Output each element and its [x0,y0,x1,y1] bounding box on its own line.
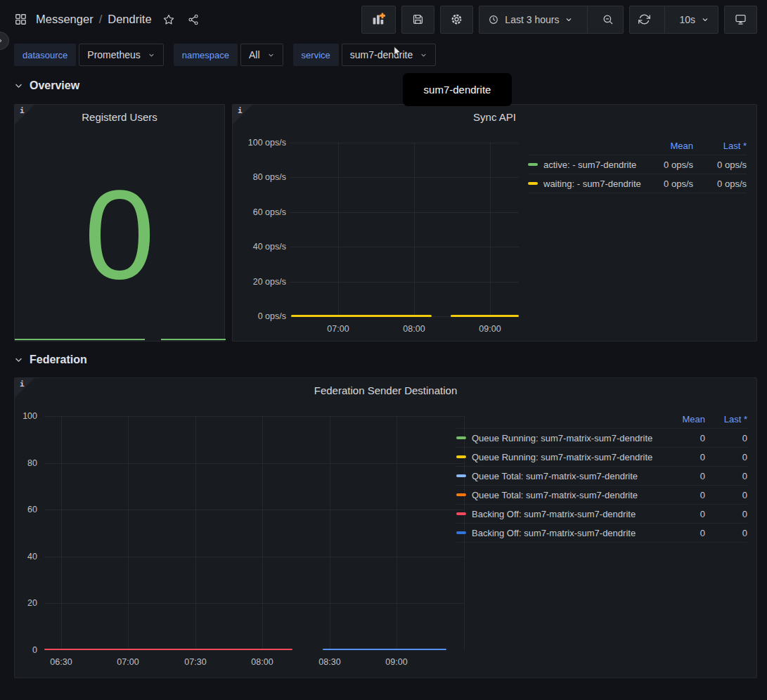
y-axis-tick: 80 [15,458,37,469]
dropdown-value: Prometheus [87,49,140,60]
section-title: Overview [30,79,79,92]
y-axis-tick: 20 [15,597,37,609]
legend-table: Mean Last * Queue Running: sum7-matrix-s… [456,410,747,543]
series-line-waiting [451,315,519,317]
series-mean-value: 0 [666,433,705,443]
nav-left: Messenger / Dendrite [14,13,200,26]
x-axis-tick: 06:30 [40,656,82,668]
legend-series[interactable]: Backing Off: sum7-matrix-sum7-dendrite [456,509,666,519]
series-mean-value: 0 [666,509,705,519]
time-range-picker[interactable]: Last 3 hours [479,6,581,33]
variable-label: service [293,44,339,66]
series-last-value: 0 [705,509,747,519]
stat-value: 0 [15,171,224,298]
breadcrumb: Messenger / Dendrite [36,13,152,26]
panel-title[interactable]: Federation Sender Destination [15,384,756,396]
chevron-down-icon [267,51,275,59]
breadcrumb-folder[interactable]: Messenger [36,13,94,26]
series-color-swatch [456,531,466,534]
series-mean-value: 0 [666,528,705,538]
stat-sparkline-segment [161,339,226,340]
series-line-blue [323,649,446,650]
x-axis-tick: 08:00 [241,656,283,668]
star-icon[interactable] [162,13,175,26]
chevron-down-icon [420,51,427,59]
legend-series[interactable]: Queue Total: sum7-matrix-sum7-dendrite [456,490,666,500]
gridline [44,557,464,557]
zoom-out-icon [602,13,614,26]
legend-row: waiting: - sum7-dendrite 0 ops/s 0 ops/s [528,174,747,193]
series-last-value: 0 ops/s [693,160,747,170]
legend-series[interactable]: waiting: - sum7-dendrite [528,179,644,189]
series-color-swatch [456,474,466,477]
section-header-federation[interactable]: Federation [14,352,757,368]
series-last-value: 0 ops/s [693,179,747,189]
series-last-value: 0 [705,433,747,443]
share-icon[interactable] [187,13,200,26]
gear-icon [450,13,463,26]
chevron-down-icon [565,15,573,24]
y-axis-tick: 100 [15,410,37,422]
panel-title[interactable]: Registerd Users [15,111,224,123]
save-dashboard-button[interactable] [401,6,434,34]
legend-row: Queue Total: sum7-matrix-sum7-dendrite 0… [456,486,747,505]
legend-series[interactable]: active: - sum7-dendrite [528,160,644,170]
dashboard-settings-button[interactable] [440,6,473,34]
dropdown-value: All [249,49,260,60]
gridline [330,416,330,650]
variable-label: namespace [174,44,238,66]
panel-federation-sender: i Federation Sender Destination 100 80 6… [14,377,757,678]
series-last-value: 0 [705,490,747,500]
legend-series[interactable]: Queue Total: sum7-matrix-sum7-dendrite [456,471,666,481]
series-color-swatch [456,455,466,458]
legend-row: Backing Off: sum7-matrix-sum7-dendrite 0… [456,524,747,543]
legend-mean-header[interactable]: Mean [644,141,693,151]
chevron-down-icon [14,356,23,365]
series-last-value: 0 [705,452,747,462]
refresh-interval-picker[interactable]: 10s [671,6,718,33]
add-panel-button[interactable] [361,6,396,34]
x-axis-tick: 07:30 [174,656,217,668]
series-color-swatch [456,493,466,496]
x-axis-tick: 07:00 [107,656,149,668]
datasource-dropdown[interactable]: Prometheus [79,44,163,66]
legend-series[interactable]: Queue Running: sum7-matrix-sum7-dendrite [456,433,666,443]
legend-mean-header[interactable]: Mean [666,414,705,424]
panel-title[interactable]: Sync API [233,111,756,123]
service-dropdown[interactable]: sum7-dendrite [342,44,437,66]
gridline [490,143,491,316]
chevron-down-icon [14,82,23,91]
time-range-label: Last 3 hours [505,14,559,25]
namespace-dropdown[interactable]: All [240,44,283,66]
variable-label: datasource [14,44,76,66]
refresh-button[interactable] [630,6,659,33]
series-mean-value: 0 [666,452,705,462]
variable-service: service sum7-dendrite [293,44,437,66]
dashboards-grid-icon[interactable] [14,13,27,26]
breadcrumb-dashboard[interactable]: Dendrite [108,13,151,26]
cycle-view-button[interactable] [724,6,757,34]
variable-namespace: namespace All [174,44,283,66]
zoom-out-button[interactable] [593,6,623,33]
legend-last-header[interactable]: Last * [693,141,747,151]
gridline [290,143,519,143]
divider [587,6,588,33]
legend-last-header[interactable]: Last * [705,414,747,424]
refresh-group: 10s [629,6,718,34]
legend-series[interactable]: Backing Off: sum7-matrix-sum7-dendrite [456,528,666,538]
gridline [290,177,519,178]
legend-series[interactable]: Queue Running: sum7-matrix-sum7-dendrite [456,452,666,462]
series-label: waiting: - sum7-dendrite [543,179,641,189]
series-last-value: 0 [705,528,747,538]
value-tooltip: sum7-dendrite [403,73,512,106]
series-line-waiting [291,315,432,317]
divider [664,6,665,33]
legend-header-row: Mean Last * [528,136,747,155]
panel-registered-users: i Registerd Users 0 [14,104,225,342]
series-color-swatch [456,512,466,515]
section-header-overview[interactable]: Overview [14,78,757,93]
gridline [290,247,519,247]
legend-table: Mean Last * active: - sum7-dendrite 0 op… [528,136,747,193]
gridline [61,416,62,650]
stat-sparkline-segment [15,339,145,340]
